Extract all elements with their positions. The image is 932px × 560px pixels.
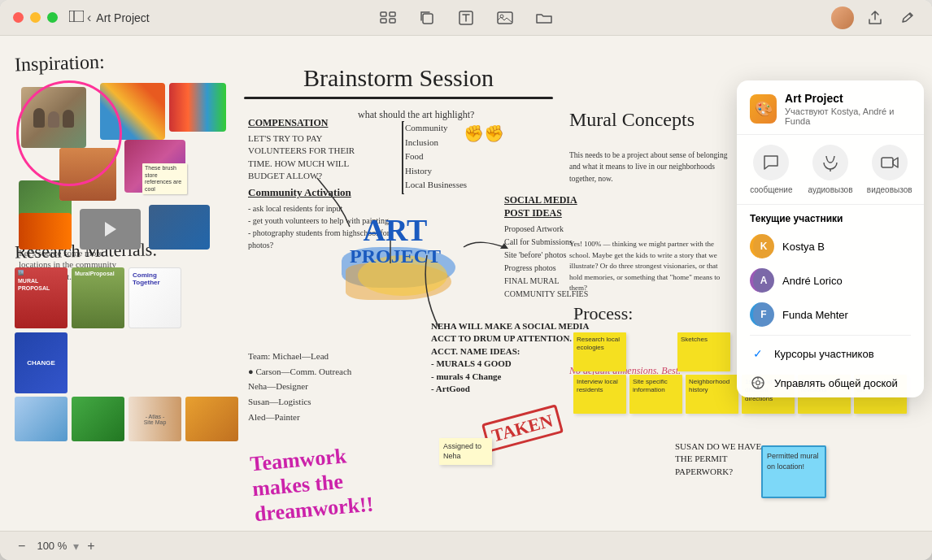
zoom-level: 100 % (33, 540, 70, 552)
grid-view-icon[interactable] (377, 7, 399, 29)
app-window: ‹ Art Project (0, 0, 932, 560)
svg-rect-3 (390, 12, 395, 16)
titlebar: ‹ Art Project (0, 0, 932, 36)
compensation-title: COMPENSATION (248, 117, 378, 129)
mural-concepts-title: Mural Concepts (569, 109, 695, 131)
media-icon[interactable] (494, 7, 516, 29)
svg-rect-6 (423, 14, 433, 24)
inspiration-photos: These brush store references are cool (15, 79, 226, 250)
photo-8 (80, 209, 141, 250)
teamwork-text: Teamworkmakes thedreamwork!! (249, 441, 374, 527)
svg-rect-12 (882, 158, 893, 167)
art-text: ART (350, 215, 441, 245)
folder-icon[interactable] (533, 7, 555, 29)
research-thumb-3: - Atlas -Site Map (128, 397, 181, 441)
social-media-title: SOCIAL MEDIAPOST IDEAS (504, 194, 647, 219)
svg-rect-0 (69, 11, 84, 22)
funda-avatar: F (750, 302, 774, 327)
research-book-1: 🏙️ MURALPROPOSAL (15, 267, 68, 328)
panel-header: 🎨 Art Project Участвуют Kostya, André и … (737, 80, 924, 135)
panel-title: Art Project (785, 92, 911, 105)
message-action-btn[interactable]: сообщение (745, 145, 798, 194)
zoom-dropdown-icon[interactable]: ▾ (73, 540, 79, 553)
svg-rect-4 (381, 19, 386, 23)
photo-note: These brush store references are cool (142, 163, 187, 194)
minimize-button[interactable] (30, 12, 41, 23)
permitted-mural-note: Permitted mural on location! (761, 445, 826, 498)
sticky-site-specific: Site specific information (629, 375, 682, 414)
zoom-in-button[interactable]: + (82, 537, 99, 555)
text-icon[interactable] (455, 7, 477, 29)
participant-kostya[interactable]: K Kostya B (737, 229, 924, 263)
canvas-area: Inspiration: (0, 36, 932, 531)
sticky-interview: Interview local residents (573, 375, 626, 414)
sticky-spacer (629, 332, 674, 371)
message-label: сообщение (750, 185, 792, 194)
participant-andre[interactable]: A André Lorico (737, 263, 924, 297)
assigned-neha-note: Assigned to Neha (439, 438, 492, 465)
participants-section-title: Текущие участники (737, 205, 924, 229)
research-book-change: CHANGE (15, 332, 68, 393)
video-icon-circle (872, 145, 908, 180)
traffic-lights (13, 12, 58, 23)
research-thumbnails: 🏙️ MURALPROPOSAL MuralProposal ComingTog… (15, 267, 226, 393)
funda-name: Funda Mehter (782, 309, 848, 321)
photo-6: These brush store references are cool (124, 140, 185, 193)
sticky-research-ecologies: Research local ecologies (573, 332, 626, 371)
audio-action-btn[interactable]: аудиовызов (804, 145, 857, 194)
audio-icon-circle (812, 145, 848, 180)
inspiration-title: Inspiration: (15, 46, 227, 76)
research-thumbnails-row2: - Atlas -Site Map (15, 397, 238, 441)
close-button[interactable] (13, 12, 24, 23)
manage-board-menu-item[interactable]: Управлять общей доской (737, 368, 924, 397)
andre-avatar: A (750, 268, 774, 293)
photo-1 (21, 87, 86, 148)
svg-point-14 (756, 381, 760, 385)
video-label: видеовызов (867, 185, 912, 194)
edit-icon[interactable] (896, 7, 919, 29)
brainstorm-title: Brainstorm Session (252, 64, 545, 92)
bracket (402, 121, 404, 194)
community-activation-title: Community Activation (248, 186, 390, 199)
cursors-menu-item[interactable]: ✓ Курсоры участников (737, 339, 924, 368)
svg-rect-2 (381, 12, 386, 16)
photo-3 (59, 148, 116, 201)
team-section: Team: Michael—Lead ● Carson—Comm. Outrea… (248, 349, 411, 424)
research-section: Research Materials: 🏙️ MURALPROPOSAL Mur… (15, 240, 238, 441)
panel-header-info: Art Project Участвуют Kostya, André и Fu… (785, 92, 911, 126)
back-button[interactable]: ‹ (84, 9, 94, 27)
panel-subtitle: Участвуют Kostya, André и Funda (785, 106, 911, 126)
duplicate-icon[interactable] (416, 7, 438, 29)
kostya-avatar: K (750, 234, 774, 258)
mural-concepts-text2: Yes! 100% — thinking we might partner wi… (569, 239, 732, 294)
project-text: PROJECT (350, 245, 441, 267)
panel-app-icon: 🎨 (750, 94, 777, 124)
collab-panel: 🎨 Art Project Участвуют Kostya, André и … (737, 80, 924, 397)
user-avatar[interactable] (831, 7, 854, 29)
sticky-neighborhood: Neighborhood history (686, 375, 738, 414)
inspiration-section: Inspiration: (15, 50, 226, 250)
art-project-center: ART PROJECT (350, 215, 441, 267)
video-action-btn[interactable]: видеовызов (863, 145, 916, 194)
participant-funda[interactable]: F Funda Mehter (737, 297, 924, 332)
share-icon[interactable] (864, 7, 886, 29)
zoom-button[interactable] (47, 12, 58, 23)
panel-divider (750, 335, 911, 336)
fist-emojis: ✊✊ (464, 124, 504, 143)
cursors-label: Курсоры участников (774, 348, 874, 360)
arrow-social (459, 231, 508, 263)
bottom-bar: − 100 % ▾ + (0, 531, 932, 560)
message-icon-circle (753, 145, 789, 180)
zoom-controls: − 100 % ▾ + (13, 537, 100, 555)
compensation-section: COMPENSATION LET'S TRY TO PAY VOLUNTEERS… (248, 117, 378, 183)
research-thumb-2 (72, 397, 124, 441)
what-art-highlight: what should the art highlight? (358, 109, 520, 121)
sticky-sketches: Sketches (677, 332, 730, 371)
brainstorm-underline (244, 97, 553, 99)
photo-9 (149, 205, 210, 250)
taken-stamp: TAKEN (481, 404, 564, 452)
kostya-name: Kostya B (782, 241, 825, 253)
zoom-out-button[interactable]: − (13, 537, 30, 555)
mural-concepts-text: This needs to be a project about sense o… (569, 150, 732, 184)
sidebar-toggle[interactable] (69, 11, 84, 25)
